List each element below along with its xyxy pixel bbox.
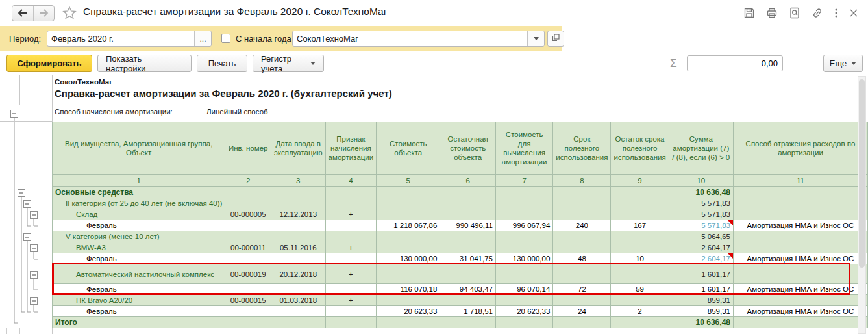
column-number[interactable]: 9 (611, 175, 669, 187)
cell-flag[interactable]: + (325, 264, 377, 284)
cell-flag[interactable]: + (325, 295, 377, 306)
column-number[interactable]: 1 (53, 175, 225, 187)
cell-date[interactable] (271, 198, 325, 209)
cell-flag[interactable] (325, 220, 377, 231)
period-more-button[interactable]: ... (194, 31, 211, 46)
method-value[interactable]: Линейный способ (206, 108, 268, 116)
show-settings-button[interactable]: Показать настройки (97, 55, 192, 72)
cell-c6[interactable]: 94 403,47 (440, 284, 496, 295)
cell-c10[interactable]: 10 636,48 (669, 187, 733, 198)
cell-c7[interactable] (495, 264, 552, 284)
cell-c9[interactable] (611, 198, 669, 209)
print-button[interactable]: Печать (197, 55, 247, 72)
cell-flag[interactable] (325, 198, 377, 209)
cell-c9[interactable]: 59 (611, 284, 669, 295)
cell-c10[interactable]: 10 636,48 (669, 317, 733, 328)
print-icon[interactable] (765, 6, 778, 19)
cell-c6[interactable] (440, 231, 496, 242)
cell-c11[interactable] (733, 295, 867, 306)
cell-date[interactable] (271, 306, 325, 317)
cell-c11[interactable] (733, 264, 867, 284)
cell-c5[interactable]: 20 623,33 (377, 306, 440, 317)
cell-c8[interactable] (553, 209, 611, 220)
cell-c6[interactable] (440, 209, 496, 220)
cell-c7[interactable]: 996 067,94 (495, 220, 552, 231)
cell-c8[interactable] (553, 198, 611, 209)
cell-inv[interactable]: 00-000019 (225, 264, 271, 284)
cell-c5[interactable] (377, 198, 440, 209)
cell-c9[interactable] (611, 317, 669, 328)
cell-name[interactable]: Склад (53, 209, 225, 220)
cell-inv[interactable]: 00-000015 (225, 295, 271, 306)
cell-name[interactable]: Февраль (53, 253, 225, 264)
cell-inv[interactable]: 00-000005 (225, 209, 271, 220)
report-title[interactable]: Справка-расчет амортизации за Февраль 20… (55, 88, 392, 99)
cell-c11[interactable] (733, 317, 867, 328)
cell-c8[interactable]: 240 (553, 220, 611, 231)
cell-name[interactable]: ПК Bravo A20/20 (53, 295, 225, 306)
cell-c10[interactable]: 5 571,83 (669, 220, 733, 231)
cell-c8[interactable]: 72 (553, 284, 611, 295)
autosum-input[interactable] (688, 56, 782, 71)
column-header[interactable]: Дата ввода в эксплуатацию (271, 122, 325, 175)
cell-flag[interactable] (325, 187, 377, 198)
cell-name[interactable]: BMW-A3 (53, 242, 225, 253)
cell-c6[interactable] (440, 198, 496, 209)
column-number[interactable]: 3 (271, 175, 325, 187)
cell-c9[interactable] (611, 187, 669, 198)
collapse-toggle[interactable] (24, 234, 31, 241)
cell-date[interactable] (271, 284, 325, 295)
cell-c10[interactable]: 1 601,17 (669, 264, 733, 284)
column-number[interactable]: 10 (669, 175, 733, 187)
cell-inv[interactable] (225, 220, 271, 231)
cell-c5[interactable] (377, 264, 440, 284)
cell-c11[interactable]: Амортизация НМА и Износ ОС (733, 306, 867, 317)
cell-c10[interactable]: 859,31 (669, 295, 733, 306)
cell-c6[interactable]: 990 496,11 (440, 220, 496, 231)
cell-c7[interactable] (495, 209, 552, 220)
cell-c10[interactable]: 5 064,65 (669, 231, 733, 242)
cell-flag[interactable] (325, 306, 377, 317)
cell-date[interactable] (271, 317, 325, 328)
cell-flag[interactable]: + (325, 242, 377, 253)
cell-c7[interactable]: 20 623,33 (495, 306, 552, 317)
cell-c10[interactable]: 5 571,83 (669, 198, 733, 209)
cell-flag[interactable] (325, 317, 377, 328)
close-icon[interactable] (849, 8, 859, 18)
column-header[interactable]: Инв. номер (225, 122, 271, 175)
cell-c9[interactable]: 167 (611, 220, 669, 231)
column-number[interactable]: 7 (495, 175, 552, 187)
column-number[interactable]: 4 (325, 175, 377, 187)
cell-name[interactable]: Февраль (53, 284, 225, 295)
cell-c7[interactable] (495, 295, 552, 306)
cell-c6[interactable] (440, 264, 496, 284)
collapse-toggle[interactable] (31, 245, 38, 252)
cell-name[interactable]: II категория (от 25 до 40 лет (не включа… (53, 198, 225, 209)
collapse-toggle[interactable] (31, 212, 38, 219)
cell-c10[interactable]: 859,31 (669, 306, 733, 317)
organization-input[interactable] (293, 31, 527, 46)
cell-inv[interactable] (225, 187, 271, 198)
cell-c8[interactable] (553, 187, 611, 198)
cell-c10[interactable]: 2 604,17 (669, 242, 733, 253)
cell-c7[interactable] (495, 242, 552, 253)
cell-flag[interactable] (325, 231, 377, 242)
cell-c7[interactable] (495, 198, 552, 209)
cell-date[interactable] (271, 231, 325, 242)
cell-inv[interactable] (225, 317, 271, 328)
cell-c5[interactable] (377, 187, 440, 198)
cell-c10[interactable]: 2 604,17 (669, 253, 733, 264)
save-icon[interactable] (743, 6, 756, 19)
vertical-scrollbar[interactable] (858, 76, 866, 334)
cell-c9[interactable]: 2 (611, 306, 669, 317)
cell-c7[interactable] (495, 317, 552, 328)
register-menu-button[interactable]: Регистр учета (253, 55, 324, 72)
column-header[interactable]: Признак начисления амортизации (325, 122, 377, 175)
cell-c10[interactable]: 1 601,17 (669, 284, 733, 295)
column-number[interactable]: 6 (440, 175, 496, 187)
cell-inv[interactable]: 00-000011 (225, 242, 271, 253)
cell-date[interactable] (271, 253, 325, 264)
cell-c5[interactable]: 116 070,18 (377, 284, 440, 295)
column-header[interactable]: Остаточная стоимость объекта (440, 122, 496, 175)
cell-inv[interactable] (225, 231, 271, 242)
